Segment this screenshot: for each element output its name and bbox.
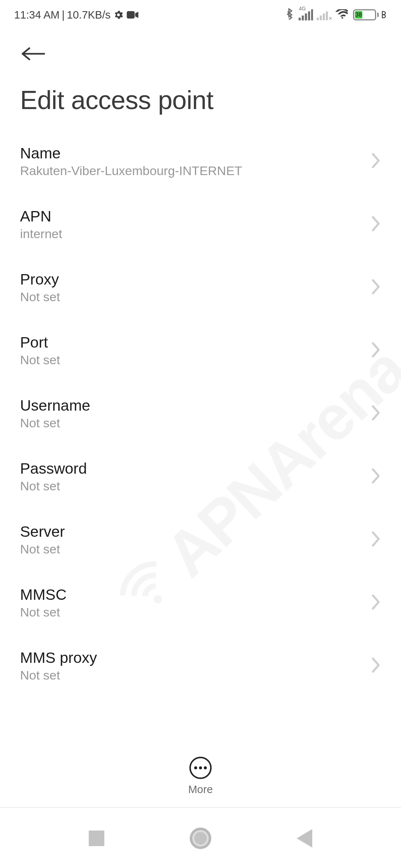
setting-value: Not set <box>20 542 65 556</box>
more-label: More <box>188 783 213 796</box>
setting-apn[interactable]: APN internet <box>0 193 401 256</box>
setting-label: MMSC <box>20 586 66 604</box>
status-separator: | <box>62 9 65 21</box>
status-time: 11:34 AM <box>14 9 60 21</box>
chevron-right-icon <box>370 216 381 233</box>
svg-rect-0 <box>127 11 134 19</box>
chevron-right-icon <box>370 152 381 170</box>
svg-rect-2 <box>302 16 304 20</box>
bluetooth-icon <box>285 8 294 22</box>
charging-icon: 𐌁 <box>381 9 387 21</box>
setting-username[interactable]: Username Not set <box>0 382 401 445</box>
chevron-right-icon <box>370 531 381 549</box>
setting-proxy[interactable]: Proxy Not set <box>0 256 401 319</box>
setting-value: Not set <box>20 605 66 619</box>
setting-value: Not set <box>20 353 60 367</box>
svg-rect-1 <box>299 18 301 21</box>
triangle-icon <box>297 829 312 848</box>
setting-value: Rakuten-Viber-Luxembourg-INTERNET <box>20 164 242 178</box>
setting-label: Name <box>20 145 242 162</box>
setting-value: internet <box>20 227 62 241</box>
chevron-right-icon <box>370 657 381 675</box>
setting-mmsc[interactable]: MMSC Not set <box>0 571 401 634</box>
svg-rect-9 <box>326 11 328 20</box>
svg-rect-4 <box>308 11 310 20</box>
setting-value: Not set <box>20 479 87 493</box>
setting-label: Password <box>20 460 87 477</box>
setting-value: Not set <box>20 416 90 430</box>
svg-text:✕: ✕ <box>328 16 332 20</box>
battery-indicator: 38 𐌁 <box>353 9 387 21</box>
chevron-right-icon <box>370 279 381 296</box>
nav-recent-button[interactable] <box>80 822 113 855</box>
svg-rect-7 <box>320 16 322 20</box>
circle-icon <box>190 828 211 849</box>
setting-label: Port <box>20 334 60 351</box>
gear-icon <box>113 9 124 20</box>
status-bar: 11:34 AM | 10.7KB/s 4G ✕ 38 𐌁 <box>0 0 401 26</box>
setting-label: Username <box>20 397 90 414</box>
chevron-right-icon <box>370 405 381 423</box>
setting-label: Proxy <box>20 271 60 288</box>
setting-server[interactable]: Server Not set <box>0 508 401 571</box>
setting-value: Not set <box>20 668 97 683</box>
setting-label: Server <box>20 523 65 540</box>
battery-level: 38 <box>355 11 362 19</box>
cellular-4g-icon: 4G <box>298 9 313 20</box>
wifi-icon <box>335 9 349 20</box>
setting-password[interactable]: Password Not set <box>0 445 401 508</box>
svg-rect-6 <box>317 17 319 20</box>
camera-icon <box>126 10 139 20</box>
settings-list: Name Rakuten-Viber-Luxembourg-INTERNET A… <box>0 130 401 697</box>
status-speed: 10.7KB/s <box>67 9 111 21</box>
setting-value: Not set <box>20 290 60 304</box>
nav-back-button[interactable] <box>288 822 321 855</box>
more-icon <box>189 757 212 779</box>
svg-rect-5 <box>311 9 313 20</box>
setting-mms-proxy[interactable]: MMS proxy Not set <box>0 634 401 697</box>
cellular-nosignal-icon: ✕ <box>317 9 332 20</box>
setting-label: MMS proxy <box>20 649 97 667</box>
navigation-bar <box>0 809 401 868</box>
square-icon <box>89 831 104 846</box>
more-button[interactable]: More <box>0 745 401 808</box>
back-button[interactable] <box>20 41 46 67</box>
svg-rect-3 <box>305 13 307 20</box>
setting-label: APN <box>20 208 62 225</box>
setting-port[interactable]: Port Not set <box>0 319 401 382</box>
page-title: Edit access point <box>0 67 401 130</box>
chevron-right-icon <box>370 594 381 612</box>
nav-home-button[interactable] <box>184 822 217 855</box>
svg-rect-8 <box>323 13 325 20</box>
chevron-right-icon <box>370 468 381 486</box>
chevron-right-icon <box>370 342 381 359</box>
setting-name[interactable]: Name Rakuten-Viber-Luxembourg-INTERNET <box>0 130 401 193</box>
